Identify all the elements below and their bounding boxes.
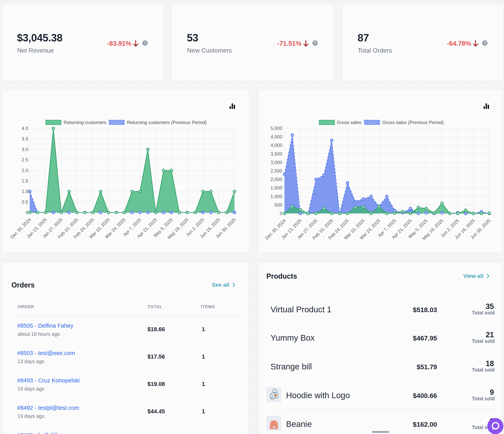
svg-text:Gross sales: Gross sales [337, 120, 361, 125]
svg-text:Returning customers (Previous: Returning customers (Previous Period) [127, 120, 207, 125]
svg-text:2.0: 2.0 [22, 168, 28, 173]
svg-text:3.5: 3.5 [22, 136, 28, 141]
svg-text:1.0: 1.0 [22, 189, 28, 194]
svg-text:3.0: 3.0 [22, 147, 28, 152]
svg-text:3,000: 3,000 [270, 160, 282, 165]
svg-text:2.5: 2.5 [22, 157, 28, 163]
svg-text:0.5: 0.5 [22, 199, 28, 205]
svg-text:4,500: 4,500 [270, 134, 282, 139]
svg-text:5,000: 5,000 [270, 126, 282, 131]
svg-text:3,500: 3,500 [270, 151, 282, 157]
svg-text:1.5: 1.5 [22, 178, 28, 183]
svg-text:1,000: 1,000 [270, 194, 282, 199]
svg-text:500: 500 [274, 202, 282, 208]
svg-text:0: 0 [280, 211, 282, 216]
svg-text:Gross sales (Previous Period): Gross sales (Previous Period) [382, 120, 444, 125]
svg-text:4.0: 4.0 [22, 126, 28, 131]
svg-text:1,500: 1,500 [270, 185, 282, 190]
svg-text:2,000: 2,000 [270, 177, 282, 182]
svg-text:2,500: 2,500 [270, 168, 282, 173]
svg-text:Returning customers: Returning customers [63, 120, 106, 125]
svg-text:0: 0 [26, 210, 28, 215]
svg-text:4,000: 4,000 [270, 143, 282, 148]
